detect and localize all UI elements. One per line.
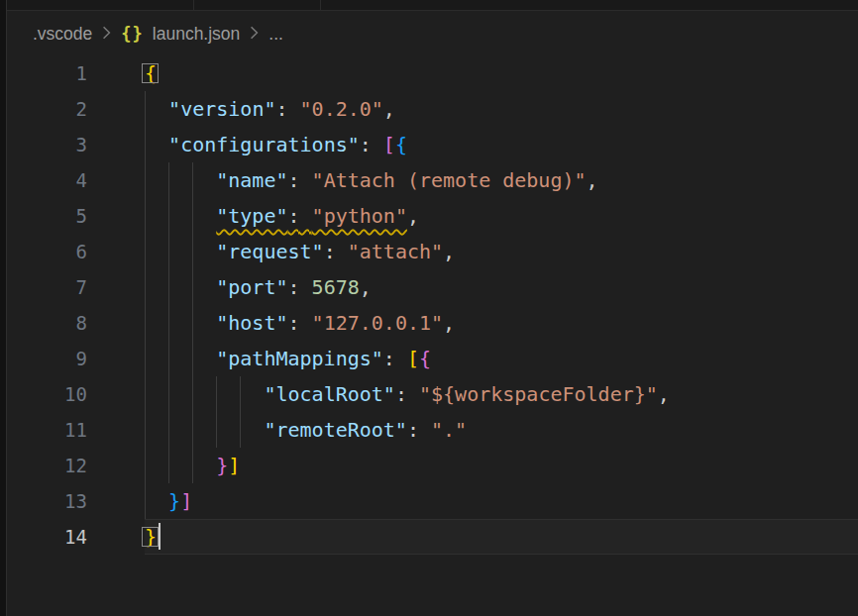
bracket-match: {: [145, 61, 157, 85]
breadcrumb-file[interactable]: launch.json: [153, 24, 241, 45]
line-number[interactable]: 8: [8, 305, 87, 341]
code-token: :: [288, 311, 312, 335]
indent-guide: [145, 376, 146, 412]
code-token: "pathMappings": [216, 347, 383, 370]
editor-pane: .vscode {} launch.json ... 1{2 "version"…: [8, 12, 858, 616]
code-token: [145, 489, 168, 513]
code-area: 1{2 "version": "0.2.0",3 "configurations…: [8, 55, 858, 555]
line-number[interactable]: 7: [8, 269, 87, 305]
code-line[interactable]: 1{: [8, 55, 858, 91]
indent-guide: [192, 341, 193, 376]
code-line[interactable]: 14}: [8, 519, 858, 555]
code-token: }: [216, 454, 228, 477]
indent-guide: [145, 162, 146, 198]
code-token: ]: [180, 489, 192, 513]
code-line[interactable]: 8 "host": "127.0.0.1",: [8, 305, 858, 341]
json-file-icon: {}: [121, 24, 143, 44]
code-line[interactable]: 9 "pathMappings": [{: [8, 341, 858, 376]
code-token: ,: [587, 168, 598, 192]
indent-guide: [145, 448, 146, 483]
tab-bar-bottom-edge: [0, 0, 858, 11]
indent-guide: [168, 448, 169, 483]
code-line[interactable]: 12 }]: [8, 448, 858, 483]
code-line-content[interactable]: "pathMappings": [{: [145, 341, 858, 376]
code-line-content[interactable]: "remoteRoot": ".": [145, 412, 858, 448]
code-line-content[interactable]: }: [145, 519, 858, 555]
code-token: ]: [228, 454, 240, 477]
code-line[interactable]: 6 "request": "attach",: [8, 234, 858, 269]
line-number[interactable]: 11: [8, 412, 87, 448]
code-line-content[interactable]: }]: [145, 483, 858, 519]
code-line[interactable]: 2 "version": "0.2.0",: [8, 91, 858, 127]
code-token: "remoteRoot": [264, 418, 407, 442]
breadcrumb-symbol-path[interactable]: ...: [268, 24, 283, 45]
code-line-content[interactable]: }]: [145, 448, 858, 483]
chevron-right-icon: [101, 24, 112, 45]
code-token: [145, 168, 216, 192]
bracket-match: }: [145, 525, 157, 549]
indent-guide: [168, 305, 169, 341]
code-line[interactable]: 13 }]: [8, 483, 858, 519]
indent-guide: [168, 198, 169, 234]
line-number[interactable]: 12: [8, 448, 87, 483]
code-token: ".": [431, 418, 467, 442]
indent-guide: [145, 412, 146, 448]
code-line-content[interactable]: "name": "Attach (remote debug)",: [145, 162, 858, 198]
line-number[interactable]: 14: [8, 519, 87, 555]
code-token: :: [360, 133, 383, 156]
indent-guide: [168, 376, 169, 412]
code-token: [145, 418, 264, 442]
code-token: [: [383, 133, 395, 156]
code-line[interactable]: 3 "configurations": [{: [8, 127, 858, 162]
breadcrumb-folder[interactable]: .vscode: [33, 24, 92, 45]
line-number[interactable]: 1: [8, 55, 87, 91]
code-line[interactable]: 5 "type": "python",: [8, 198, 858, 234]
code-token: [145, 347, 216, 370]
code-token: "name": [216, 168, 287, 192]
code-token: :: [395, 382, 419, 406]
code-token: "${workspaceFolder}": [419, 382, 658, 406]
code-line[interactable]: 10 "localRoot": "${workspaceFolder}",: [8, 376, 858, 412]
line-number[interactable]: 2: [8, 91, 87, 127]
line-number[interactable]: 9: [8, 341, 87, 376]
code-token: :: [288, 275, 312, 299]
code-line-content[interactable]: "localRoot": "${workspaceFolder}",: [145, 376, 858, 412]
code-line[interactable]: 7 "port": 5678,: [8, 269, 858, 305]
line-number[interactable]: 13: [8, 483, 87, 519]
line-number[interactable]: 3: [8, 127, 87, 162]
code-token: ,: [443, 311, 455, 335]
code-token: [145, 204, 216, 228]
code-line-content[interactable]: "version": "0.2.0",: [145, 91, 858, 127]
code-line[interactable]: 11 "remoteRoot": ".": [8, 412, 858, 448]
code-token: :: [383, 347, 407, 370]
code-token: ,: [443, 240, 455, 263]
code-token: "127.0.0.1": [312, 311, 443, 335]
breadcrumb: .vscode {} launch.json ...: [8, 12, 858, 55]
code-token: :: [324, 240, 348, 263]
code-token: {: [395, 133, 407, 156]
code-token: "python": [312, 204, 407, 228]
code-line-content[interactable]: {: [145, 55, 858, 91]
code-token: [145, 311, 216, 335]
indent-guide: [240, 412, 241, 448]
line-number[interactable]: 10: [8, 376, 87, 412]
code-token: "localRoot": [264, 382, 394, 406]
code-token: ,: [383, 97, 395, 121]
warning-squiggle: "type": "python": [216, 204, 407, 228]
indent-guide: [145, 91, 146, 127]
code-line-content[interactable]: "port": 5678,: [145, 269, 858, 305]
code-token: ,: [407, 204, 419, 228]
window-left-edge: [0, 0, 7, 616]
code-line-content[interactable]: "configurations": [{: [145, 127, 858, 162]
code-token: {: [419, 347, 431, 370]
line-number[interactable]: 6: [8, 234, 87, 269]
indent-guide: [192, 448, 193, 483]
code-line-content[interactable]: "host": "127.0.0.1",: [145, 305, 858, 341]
indent-guide: [145, 483, 146, 519]
line-number[interactable]: 4: [8, 162, 87, 198]
code-line-content[interactable]: "type": "python",: [145, 198, 858, 234]
code-line-content[interactable]: "request": "attach",: [145, 234, 858, 269]
code-line[interactable]: 4 "name": "Attach (remote debug)",: [8, 162, 858, 198]
line-number[interactable]: 5: [8, 198, 87, 234]
indent-guide: [168, 341, 169, 376]
